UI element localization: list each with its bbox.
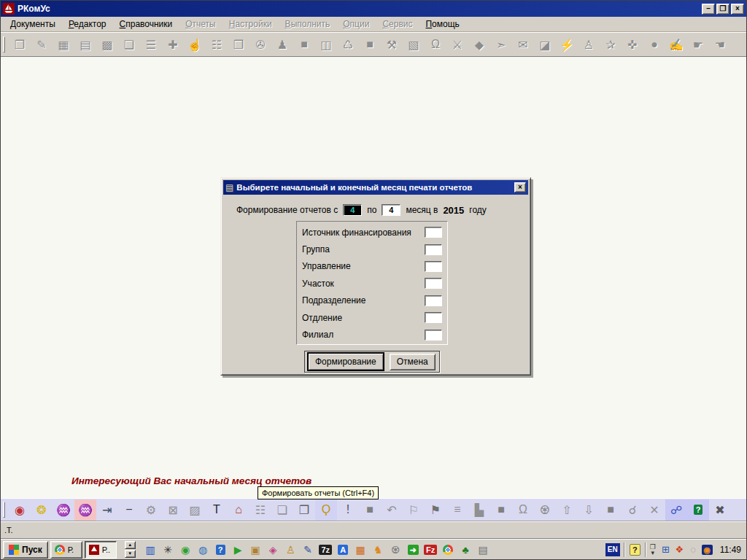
- filter-checkbox[interactable]: [425, 278, 442, 289]
- filter-checkbox[interactable]: [425, 312, 442, 323]
- filter-checkbox[interactable]: [425, 244, 442, 255]
- omega-icon[interactable]: Ω: [512, 499, 534, 521]
- add-plus-icon[interactable]: ✚: [162, 35, 184, 55]
- list-icon[interactable]: ≡: [446, 499, 468, 521]
- open-folder-icon[interactable]: ❐: [9, 35, 31, 55]
- book-icon[interactable]: ☰: [140, 35, 162, 55]
- book-2-icon[interactable]: ◪: [534, 35, 556, 55]
- dark-shape-icon[interactable]: ◆: [468, 35, 490, 55]
- filter-checkbox[interactable]: [425, 295, 442, 306]
- page-icon[interactable]: ❏: [271, 499, 293, 521]
- menu-documents[interactable]: Документы: [4, 18, 62, 31]
- play-icon[interactable]: ▶: [230, 542, 247, 558]
- person-globe-icon[interactable]: ♙: [282, 542, 299, 558]
- hxd-icon[interactable]: ▣: [247, 542, 264, 558]
- dark-square-icon[interactable]: ■: [293, 35, 315, 55]
- language-indicator[interactable]: EN: [605, 543, 620, 556]
- printer-icon[interactable]: ✉: [512, 35, 534, 55]
- chart-icon[interactable]: ▙: [468, 499, 490, 521]
- stack-icon[interactable]: ☷: [249, 499, 271, 521]
- volume-icon[interactable]: ◌: [687, 543, 700, 556]
- book-closed-icon[interactable]: ◫: [315, 35, 337, 55]
- fox-icon[interactable]: ♞: [370, 542, 387, 558]
- doc-icon[interactable]: ▤: [475, 542, 492, 558]
- table-edit-icon[interactable]: ▤: [74, 35, 96, 55]
- menu-editor[interactable]: Редактор: [62, 18, 113, 31]
- gear-spider-icon[interactable]: ✳: [160, 542, 177, 558]
- close-x-icon[interactable]: ✕: [643, 499, 665, 521]
- quicklaunch-chrome-icon[interactable]: [440, 542, 457, 558]
- person-icon[interactable]: ♙: [578, 35, 600, 55]
- arrow-up-icon[interactable]: ⇧: [556, 499, 578, 521]
- task-rkomus[interactable]: Р..: [85, 541, 117, 559]
- arrow-badge-icon[interactable]: ➣: [490, 35, 512, 55]
- arrow-down-icon[interactable]: ⇩: [578, 499, 600, 521]
- tools-icon[interactable]: ⚔: [446, 35, 468, 55]
- cross-icon[interactable]: ✜: [622, 35, 643, 55]
- spinner-up-button[interactable]: ▲: [125, 541, 136, 549]
- hand-left-icon[interactable]: ☚: [709, 35, 731, 55]
- color-windows-icon[interactable]: ❖: [673, 543, 686, 556]
- filter-checkbox[interactable]: [425, 227, 442, 238]
- dark-square-2-icon[interactable]: ■: [359, 35, 381, 55]
- lightning-icon[interactable]: ⚡: [556, 35, 578, 55]
- handshake-icon[interactable]: ☍: [665, 499, 687, 521]
- ledger-icon[interactable]: ▥: [142, 542, 159, 558]
- hand-right-icon[interactable]: ☛: [687, 35, 709, 55]
- start-button[interactable]: Пуск: [3, 541, 48, 559]
- key-icon[interactable]: Ϙ: [315, 499, 337, 521]
- letter-t-icon[interactable]: T: [206, 499, 228, 521]
- hammer-icon[interactable]: ⚒: [381, 35, 403, 55]
- menu-references[interactable]: Справочники: [113, 18, 179, 31]
- dialog-close-button[interactable]: ×: [514, 182, 526, 192]
- filezilla-icon[interactable]: Fz: [422, 542, 439, 558]
- tree-icon[interactable]: ♣: [457, 542, 474, 558]
- close-button[interactable]: ×: [731, 4, 744, 15]
- 7zip-icon[interactable]: 7z: [317, 542, 334, 558]
- menu-help[interactable]: Помощь: [419, 18, 465, 31]
- edit-pencil-icon[interactable]: ✎: [31, 35, 53, 55]
- people-icon[interactable]: ♟: [271, 35, 293, 55]
- grid-icon[interactable]: ▩: [96, 35, 118, 55]
- stack-icon[interactable]: ☷: [206, 35, 228, 55]
- minus-icon[interactable]: −: [118, 499, 140, 521]
- notepad-question-icon[interactable]: ✎: [300, 542, 317, 558]
- tray-help-icon[interactable]: ?: [629, 543, 641, 556]
- dark-square-icon[interactable]: ■: [359, 499, 381, 521]
- exit-x-icon[interactable]: ✖: [709, 499, 731, 521]
- bulb-icon[interactable]: ❂: [31, 499, 53, 521]
- filter-checkbox[interactable]: [425, 330, 442, 341]
- exit-door-icon[interactable]: ⇥: [96, 499, 118, 521]
- dark-square-3-icon[interactable]: ■: [600, 499, 622, 521]
- undo-arrow-icon[interactable]: ↶: [381, 499, 403, 521]
- help-circle-icon[interactable]: ?: [212, 542, 229, 558]
- tray-restore-icon[interactable]: ❐ ▾: [650, 544, 656, 556]
- flag-icon[interactable]: ⚐: [403, 499, 425, 521]
- house-icon[interactable]: ⌂: [228, 499, 249, 521]
- radio-icon[interactable]: ◉: [701, 543, 713, 556]
- printer-small-icon[interactable]: ♼: [534, 499, 556, 521]
- search-doc-icon[interactable]: ☌: [622, 499, 643, 521]
- faucet-icon[interactable]: ♒: [53, 499, 74, 521]
- green-arrow-icon[interactable]: ➜: [405, 542, 422, 558]
- month-to-input[interactable]: 4: [382, 204, 400, 216]
- cancel-button[interactable]: Отмена: [390, 354, 436, 370]
- dark-square-2-icon[interactable]: ■: [490, 499, 512, 521]
- toolbar-grip[interactable]: [3, 36, 5, 52]
- help-icon[interactable]: ?: [687, 499, 709, 521]
- page-dark-icon[interactable]: ❐: [293, 499, 315, 521]
- spinner-down-button[interactable]: ▼: [125, 550, 136, 558]
- task-chrome[interactable]: Р.: [50, 541, 82, 559]
- maximize-button[interactable]: ❐: [716, 4, 729, 15]
- filter-checkbox[interactable]: [425, 261, 442, 272]
- flag-dark-icon[interactable]: ⚑: [425, 499, 446, 521]
- printer-gray-icon[interactable]: ♼: [387, 542, 404, 558]
- minimize-button[interactable]: –: [702, 4, 715, 15]
- crossed-icon[interactable]: ⊠: [162, 499, 184, 521]
- app-a-icon[interactable]: A: [335, 542, 352, 558]
- copy-stack-icon[interactable]: ❒: [228, 35, 249, 55]
- dark-circle-icon[interactable]: ●: [643, 35, 665, 55]
- antivirus-ball-icon[interactable]: ◉: [177, 542, 194, 558]
- paste-note-icon[interactable]: ❏: [118, 35, 140, 55]
- formirovanie-button[interactable]: Формирование: [307, 352, 384, 371]
